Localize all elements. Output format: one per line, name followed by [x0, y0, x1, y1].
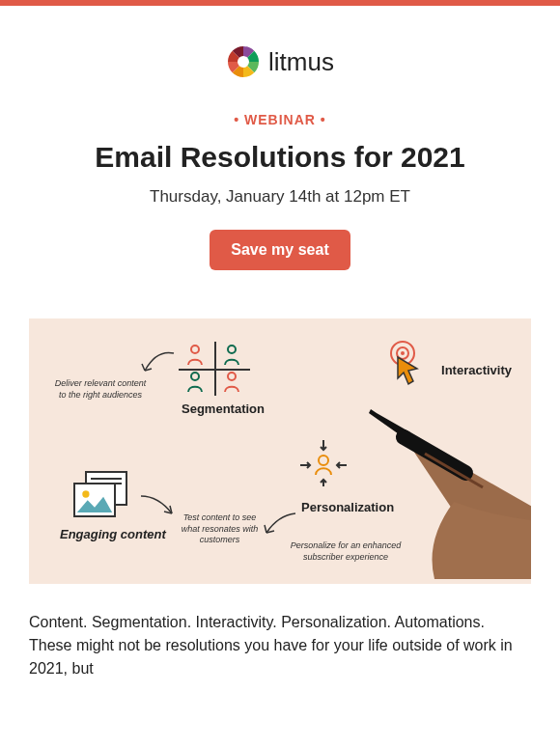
brand-name: litmus: [268, 47, 334, 77]
svg-point-2: [191, 373, 199, 380]
body-paragraph: Content. Segmentation. Interactivity. Pe…: [0, 584, 560, 680]
person-icon: [184, 371, 206, 392]
header: litmus • WEBINAR • Email Resolutions for…: [0, 6, 560, 299]
hand-drawing-icon: [348, 386, 531, 583]
hero-illustration: Segmentation Deliver relevant content to…: [29, 318, 531, 584]
svg-point-4: [82, 490, 89, 497]
svg-point-3: [228, 373, 236, 380]
person-icon: [221, 371, 242, 392]
segmentation-graphic: [179, 342, 250, 396]
engaging-caption: Test content to see what resonates with …: [174, 512, 266, 546]
person-icon: [221, 344, 242, 365]
engaging-label: Engaging content: [60, 527, 166, 541]
person-icon: [184, 344, 206, 365]
litmus-logo-icon: [226, 44, 261, 79]
segmentation-caption: Deliver relevant content to the right au…: [52, 378, 149, 401]
interactivity-label: Interactivity: [441, 363, 512, 377]
segmentation-label: Segmentation: [182, 401, 265, 416]
engaging-content-graphic: [73, 471, 131, 519]
page-title: Email Resolutions for 2021: [29, 141, 531, 174]
arrow-icon: [135, 492, 178, 521]
personalization-graphic: [294, 434, 352, 496]
svg-point-1: [228, 346, 236, 353]
svg-point-0: [191, 346, 199, 353]
event-datetime: Thursday, January 14th at 12pm ET: [29, 187, 531, 207]
save-seat-button[interactable]: Save my seat: [210, 230, 350, 270]
arrow-icon: [139, 347, 182, 380]
svg-point-12: [401, 351, 405, 355]
brand-logo[interactable]: litmus: [226, 44, 334, 79]
svg-point-5: [319, 456, 328, 465]
eyebrow: • WEBINAR •: [29, 112, 531, 127]
arrow-icon: [261, 510, 299, 540]
